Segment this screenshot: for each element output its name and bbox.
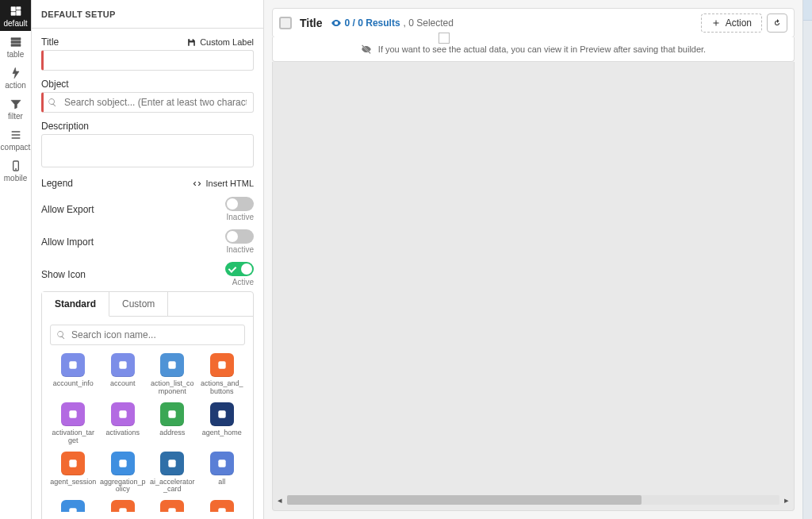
rail-item-action[interactable]: action	[0, 62, 31, 93]
icon-option[interactable]: agent_session	[50, 452, 97, 494]
rail-item-default[interactable]: default	[0, 0, 31, 31]
rail-item-filter[interactable]: filter	[0, 93, 31, 124]
icon-option[interactable]: ai_accelerator_card	[149, 452, 196, 494]
show-icon-caption: Active	[232, 278, 254, 286]
title-label: Title	[41, 37, 59, 48]
icon-option[interactable]	[149, 500, 196, 512]
column-resize-handle[interactable]	[439, 33, 450, 44]
icon-label: activation_target	[50, 429, 97, 445]
icon-swatch	[160, 452, 184, 475]
icon-option[interactable]: aggregation_policy	[100, 452, 147, 494]
eye-icon	[331, 17, 342, 29]
icon-option[interactable]: all	[199, 452, 246, 494]
icon-picker-tabs: Standard Custom	[42, 292, 253, 317]
horizontal-scrollbar[interactable]: ◂ ▸	[276, 494, 791, 506]
insert-html-text: Insert HTML	[205, 179, 254, 188]
tab-standard[interactable]: Standard	[42, 292, 109, 317]
icon-swatch	[160, 353, 184, 377]
icon-option[interactable]: account	[100, 353, 147, 396]
eye-off-icon	[361, 44, 372, 55]
icon-swatch	[111, 402, 135, 426]
setup-title: DEFAULT SETUP	[41, 10, 116, 19]
object-label: Object	[41, 79, 69, 90]
icon-picker: Standard Custom account_infoaccountactio…	[41, 291, 254, 519]
icon-option[interactable]: actions_and_buttons	[199, 353, 246, 396]
icon-label: aggregation_policy	[100, 479, 147, 494]
icon-label: agent_home	[202, 429, 242, 437]
icon-label: activations	[105, 429, 140, 437]
svg-rect-7	[119, 410, 126, 417]
description-input[interactable]	[41, 134, 254, 167]
results-count: 0 / 0 Results	[345, 17, 400, 29]
icon-swatch	[160, 500, 184, 512]
scroll-track[interactable]	[287, 495, 779, 505]
icon-grid-scroll[interactable]: account_infoaccountaction_list_component…	[50, 353, 245, 512]
icon-label: account_info	[53, 380, 94, 388]
icon-swatch	[111, 353, 135, 377]
scroll-left-icon[interactable]: ◂	[276, 495, 284, 506]
svg-rect-15	[119, 509, 126, 512]
icon-swatch	[61, 402, 85, 426]
title-input[interactable]	[41, 50, 254, 71]
icon-swatch	[160, 402, 184, 426]
svg-rect-16	[169, 509, 176, 512]
refresh-button[interactable]	[767, 13, 787, 33]
icon-option[interactable]	[50, 500, 97, 512]
gutter-tab[interactable]	[803, 0, 812, 21]
svg-rect-14	[70, 509, 77, 512]
custom-label-button[interactable]: Custom Label	[186, 37, 254, 48]
svg-rect-3	[119, 361, 126, 368]
icon-swatch	[210, 402, 234, 426]
insert-html-button[interactable]: Insert HTML	[192, 179, 254, 189]
show-icon-label: Show Icon	[41, 269, 86, 280]
scroll-right-icon[interactable]: ▸	[783, 495, 791, 506]
right-gutter	[802, 0, 812, 519]
icon-option[interactable]	[100, 500, 147, 512]
object-search-input[interactable]	[41, 92, 254, 113]
preview-hint: If you want to see the actual data, you …	[272, 37, 795, 62]
icon-option[interactable]: agent_home	[199, 402, 246, 445]
icon-option[interactable]: action_list_component	[149, 353, 196, 396]
svg-rect-17	[218, 509, 225, 512]
tab-custom[interactable]: Custom	[109, 292, 168, 316]
scroll-thumb[interactable]	[287, 495, 642, 505]
setup-panel: DEFAULT SETUP Title Custom Label Object	[32, 0, 264, 519]
allow-import-toggle[interactable]	[225, 229, 254, 244]
custom-label-text: Custom Label	[200, 37, 254, 47]
action-label: Action	[726, 17, 752, 29]
add-action-button[interactable]: Action	[701, 13, 762, 33]
icon-grid: account_infoaccountaction_list_component…	[50, 353, 245, 512]
icon-option[interactable]: activations	[100, 402, 147, 445]
selected-count: , 0 Selected	[404, 17, 454, 29]
stage-title: Title	[300, 17, 323, 29]
icon-swatch	[210, 500, 234, 512]
svg-point-1	[15, 168, 16, 169]
refresh-icon	[772, 18, 782, 28]
icon-swatch	[61, 500, 85, 512]
icon-option[interactable]: address	[149, 402, 196, 445]
rail-item-compact[interactable]: compact	[0, 124, 31, 155]
icon-label: ai_accelerator_card	[149, 479, 196, 494]
title-field: Title Custom Label	[41, 37, 254, 71]
svg-rect-4	[169, 361, 176, 368]
rail-item-table[interactable]: table	[0, 31, 31, 62]
select-all-checkbox[interactable]	[279, 17, 292, 29]
icon-label: account	[110, 380, 136, 388]
search-icon	[56, 330, 66, 340]
icon-option[interactable]: account_info	[50, 353, 97, 396]
rail-item-mobile[interactable]: mobile	[0, 155, 31, 186]
allow-import-label: Allow Import	[41, 236, 94, 248]
icon-option[interactable]: activation_target	[50, 402, 97, 445]
search-icon	[48, 98, 57, 107]
svg-rect-13	[218, 459, 225, 467]
icon-search-input[interactable]	[50, 325, 245, 345]
icon-option[interactable]	[199, 500, 246, 512]
allow-export-toggle[interactable]	[225, 197, 254, 211]
svg-rect-8	[169, 410, 176, 417]
object-field: Object	[41, 79, 254, 113]
show-icon-toggle[interactable]	[225, 262, 254, 276]
stage-header: Title 0 / 0 Results, 0 Selected Action	[272, 8, 795, 38]
svg-rect-9	[218, 410, 225, 417]
description-label: Description	[41, 121, 89, 132]
description-field: Description	[41, 121, 254, 170]
